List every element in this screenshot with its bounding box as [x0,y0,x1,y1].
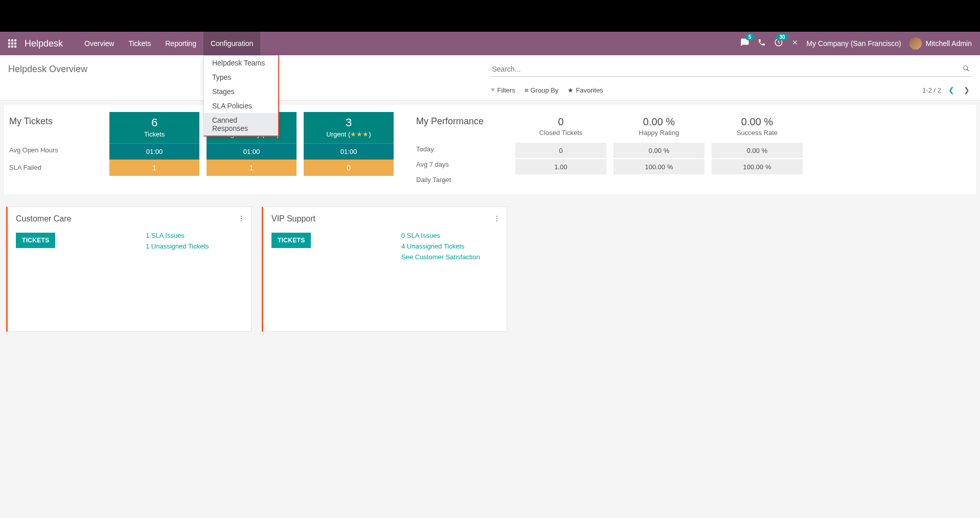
avg-open-hours-label: Avg Open Hours [9,141,102,159]
my-tickets-title: My Tickets [9,116,102,127]
dropdown-canned-responses[interactable]: Canned Responses [204,113,278,136]
success-rate-card: 0.00 % Success Rate 0.00 % 100.00 % [712,112,803,187]
clock-badge: 30 [776,34,788,40]
team-link[interactable]: See Customer Satisfaction [401,253,480,261]
user-name: Mitchell Admin [926,39,972,48]
search-input[interactable] [490,62,972,77]
closed-tickets-card: 0 Closed Tickets 0 1.00 [515,112,606,187]
top-nav: Helpdesk Overview Tickets Reporting Conf… [0,32,980,55]
tickets-card[interactable]: 6 Tickets 01:00 1 [109,112,199,187]
kebab-icon[interactable]: ⋮ [238,214,245,222]
tickets-button[interactable]: TICKETS [271,233,311,248]
clock-icon[interactable]: 30 [774,38,783,49]
chat-badge: 5 [745,34,755,40]
svg-point-1 [964,65,968,70]
avg7-label: Avg 7 days [416,156,508,172]
nav-overview[interactable]: Overview [77,32,121,55]
favorites-button[interactable]: ★ Favorites [567,86,603,94]
pager-prev[interactable]: ❮ [946,86,956,94]
dropdown-sla-policies[interactable]: SLA Policies [204,99,278,113]
user-menu[interactable]: Mitchell Admin [909,37,972,50]
nav-tickets[interactable]: Tickets [121,32,158,55]
my-performance-title: My Performance [416,116,508,127]
target-label: Daily Target [416,172,508,187]
team-customer-care: Customer Care ⋮ TICKETS 1 SLA Issues 1 U… [6,207,252,332]
today-label: Today [416,141,508,156]
dropdown-helpdesk-teams[interactable]: Helpdesk Teams [204,56,278,70]
search-icon[interactable] [963,65,970,74]
control-panel: Helpdesk Overview Filters ≡ Group By ★ F… [0,55,980,101]
dropdown-types[interactable]: Types [204,70,278,84]
stats-row: My Tickets Avg Open Hours SLA Failed 6 T… [4,105,976,194]
pager[interactable]: 1-2 / 2 [922,86,941,94]
team-link[interactable]: 4 Unassigned Tickets [401,242,480,250]
company-selector[interactable]: My Company (San Francisco) [807,39,901,48]
browser-black-bar [0,0,980,32]
team-link[interactable]: 1 SLA Issues [146,232,209,239]
page-title: Helpdesk Overview [8,64,87,75]
filters-button[interactable]: Filters [490,86,515,94]
team-vip-support: VIP Support ⋮ TICKETS 0 SLA Issues 4 Una… [262,207,507,332]
urgent-card[interactable]: 3 Urgent (★★★) 01:00 0 [304,112,394,187]
group-by-button[interactable]: ≡ Group By [525,86,559,94]
dashboard: My Tickets Avg Open Hours SLA Failed 6 T… [0,101,980,336]
nav-reporting[interactable]: Reporting [158,32,203,55]
chat-icon[interactable]: 5 [740,38,749,49]
configuration-dropdown: Helpdesk Teams Types Stages SLA Policies… [203,55,279,137]
phone-icon[interactable] [758,38,766,49]
pager-next[interactable]: ❯ [962,86,972,94]
brand[interactable]: Helpdesk [25,38,63,49]
tickets-button[interactable]: TICKETS [16,233,55,248]
avatar [909,37,922,50]
sla-failed-label: SLA Failed [9,159,102,176]
nav-configuration[interactable]: Configuration Helpdesk Teams Types Stage… [203,32,260,55]
team-link[interactable]: 0 SLA Issues [401,232,480,239]
team-link[interactable]: 1 Unassigned Tickets [146,242,209,250]
apps-icon[interactable] [8,39,16,48]
kebab-icon[interactable]: ⋮ [493,214,500,222]
close-icon[interactable] [791,39,799,48]
happy-rating-card: 0.00 % Happy Rating 0.00 % 100.00 % [613,112,704,187]
dropdown-stages[interactable]: Stages [204,84,278,99]
team-cards: Customer Care ⋮ TICKETS 1 SLA Issues 1 U… [4,207,976,332]
